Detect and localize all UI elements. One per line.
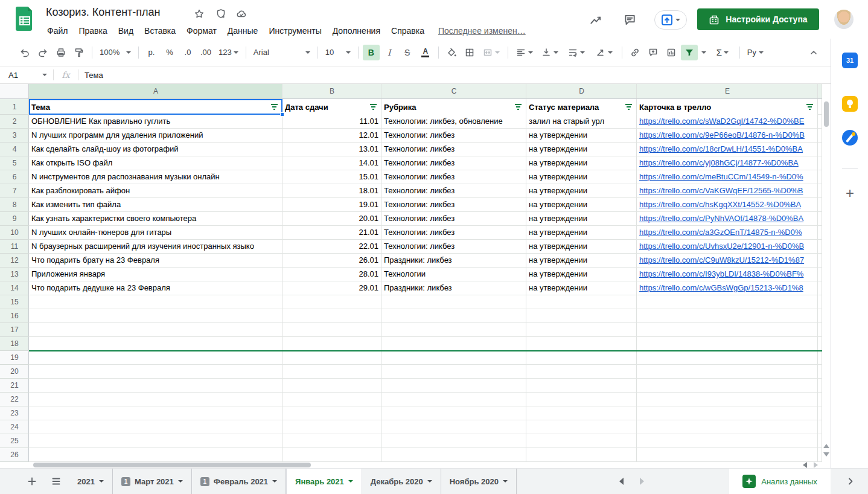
cell-C8[interactable]: Технологии: ликбез (381, 198, 526, 211)
increase-decimal-button[interactable]: .00 (197, 45, 214, 60)
header-cell-C1[interactable]: Рубрика (381, 99, 526, 115)
menu-вид[interactable]: Вид (113, 26, 139, 36)
cell-E4[interactable]: https://trello.com/c/18crDwLH/14551-%D0%… (637, 143, 817, 156)
cell-D9[interactable]: на утверждении (526, 212, 636, 225)
cell-C6[interactable]: Технологии: ликбез (381, 170, 526, 184)
tab-menu-caret-icon[interactable] (272, 480, 277, 483)
cell-B13[interactable]: 28.01 (282, 268, 381, 281)
cell-A4[interactable]: Как сделайть слайд-шоу из фотографий (29, 143, 282, 156)
row-header-5[interactable]: 5 (0, 156, 29, 170)
cell-A7[interactable]: Как разблокировать айфон (29, 184, 282, 197)
document-title[interactable]: Козориз. Контент-план (46, 6, 161, 19)
cell-E13[interactable]: https://trello.com/c/I93ybLDl/14838-%D0%… (637, 268, 817, 281)
cell-C3[interactable]: Технологии: ликбез (381, 129, 526, 142)
filter-button-B[interactable] (370, 104, 377, 110)
vertical-align-button[interactable] (538, 45, 562, 60)
row-header-23[interactable]: 23 (0, 406, 29, 420)
cell-D7[interactable]: на утверждении (526, 184, 636, 197)
input-tools-button[interactable]: Ру (744, 45, 767, 60)
insert-chart-button[interactable] (663, 45, 680, 60)
cell-B5[interactable]: 14.01 (282, 156, 381, 170)
cell-A6[interactable]: N инструментов для распознавания музыки … (29, 170, 282, 184)
star-icon[interactable] (193, 8, 205, 20)
row-header-3[interactable]: 3 (0, 129, 29, 143)
functions-button[interactable]: Σ (710, 45, 735, 60)
tab-menu-caret-icon[interactable] (427, 480, 432, 483)
sheet-tab-2021[interactable]: 2021 (69, 469, 113, 494)
cell-A10[interactable]: N лучших онлайн-тюнеров для гитары (29, 226, 282, 239)
insert-comment-button[interactable] (645, 45, 662, 60)
menu-справка[interactable]: Справка (386, 26, 430, 36)
explore-button[interactable]: Анализ данных (729, 469, 831, 494)
row-header-22[interactable]: 22 (0, 393, 29, 406)
cell-C7[interactable]: Технологии: ликбез (381, 184, 526, 197)
header-cell-A1[interactable]: Тема (29, 99, 282, 115)
row-header-19[interactable]: 19 (0, 351, 29, 365)
undo-button[interactable] (16, 45, 33, 60)
cell-A11[interactable]: N браузерных расширений для изучения ино… (29, 240, 282, 253)
add-addons-button[interactable]: + (841, 185, 858, 202)
present-button[interactable] (654, 10, 687, 30)
row-header-15[interactable]: 15 (0, 295, 29, 309)
more-formats-button[interactable]: 123 (215, 45, 241, 60)
print-button[interactable] (53, 45, 69, 60)
cell-B6[interactable]: 15.01 (282, 170, 381, 184)
header-cell-D1[interactable]: Статус материала (526, 99, 636, 115)
collapse-toolbar-button[interactable] (805, 45, 822, 60)
cell-A9[interactable]: Как узнать характеристки своего компьюте… (29, 212, 282, 225)
cell-E10[interactable]: https://trello.com/c/a3GzOEnT/14875-n-%D… (637, 226, 817, 239)
filter-button-D[interactable] (625, 104, 632, 110)
column-header-E[interactable]: E (637, 84, 818, 99)
cell-D5[interactable]: на утверждении (526, 156, 636, 170)
cell-A3[interactable]: N лучших программ для удаления приложени… (29, 129, 282, 142)
font-size-select[interactable]: 10 (322, 45, 354, 60)
show-side-panel-chevron[interactable] (843, 473, 858, 489)
cell-D3[interactable]: на утверждении (526, 129, 636, 142)
trending-insights-icon[interactable] (588, 12, 604, 28)
row-header-20[interactable]: 20 (0, 365, 29, 379)
cell-D4[interactable]: на утверждении (526, 143, 636, 156)
column-header-B[interactable]: B (282, 84, 381, 99)
menu-данные[interactable]: Данные (222, 26, 264, 36)
cell-A2[interactable]: ОБНОВЛЕНИЕ Как правильно гуглить (29, 115, 282, 128)
row-header-10[interactable]: 10 (0, 226, 29, 240)
formula-bar-value[interactable]: Тема (78, 71, 103, 80)
row-header-2[interactable]: 2 (0, 115, 29, 129)
cell-E3[interactable]: https://trello.com/c/9eP66eoB/14876-n-%D… (637, 129, 817, 142)
italic-button[interactable]: I (381, 45, 398, 60)
row-header-1[interactable]: 1 (0, 99, 29, 115)
cell-E2[interactable]: https://trello.com/c/sWaD2GqI/14742-%D0%… (637, 115, 817, 128)
cell-B14[interactable]: 29.01 (282, 281, 381, 295)
bold-button[interactable]: B (363, 45, 380, 60)
menu-инструменты[interactable]: Инструменты (263, 26, 327, 36)
cell-D11[interactable]: на утверждении (526, 240, 636, 253)
paint-format-button[interactable] (71, 45, 88, 60)
cell-E6[interactable]: https://trello.com/c/meBtuCCm/14549-n-%D… (637, 170, 817, 184)
header-cell-B1[interactable]: Дата сдачи (282, 99, 381, 115)
filter-button-E[interactable] (806, 104, 813, 110)
cell-A14[interactable]: Что подарить дедушке на 23 Февраля (29, 281, 282, 295)
scroll-left-arrow[interactable] (803, 462, 807, 468)
header-cell-E1[interactable]: Карточка в трелло (637, 99, 817, 115)
scroll-tabs-right-button[interactable] (633, 469, 651, 494)
format-percent-button[interactable]: % (161, 45, 178, 60)
all-sheets-button[interactable] (46, 469, 66, 494)
row-header-17[interactable]: 17 (0, 323, 29, 337)
column-header-C[interactable]: C (381, 84, 526, 99)
cell-D2[interactable]: залил на старый урл (526, 115, 636, 128)
menu-правка[interactable]: Правка (73, 26, 112, 36)
row-header-7[interactable]: 7 (0, 184, 29, 198)
cell-D6[interactable]: на утверждении (526, 170, 636, 184)
cell-C13[interactable]: Технологии (381, 268, 526, 281)
user-avatar[interactable] (834, 10, 854, 29)
cell-C12[interactable]: Праздники: ликбез (381, 254, 526, 267)
scroll-right-arrow[interactable] (814, 462, 818, 468)
vertical-scrollbar-thumb[interactable] (824, 101, 829, 127)
shield-plus-icon[interactable] (215, 8, 227, 20)
row-header-6[interactable]: 6 (0, 170, 29, 184)
cell-A8[interactable]: Как изменить тип файла (29, 198, 282, 211)
cell-E14[interactable]: https://trello.com/c/wGBsWgGp/15213-%D1%… (637, 281, 817, 295)
cell-E12[interactable]: https://trello.com/c/C9uW8kzU/15212-%D1%… (637, 254, 817, 267)
present-caret-icon[interactable] (675, 19, 680, 21)
cell-B10[interactable]: 21.01 (282, 226, 381, 239)
